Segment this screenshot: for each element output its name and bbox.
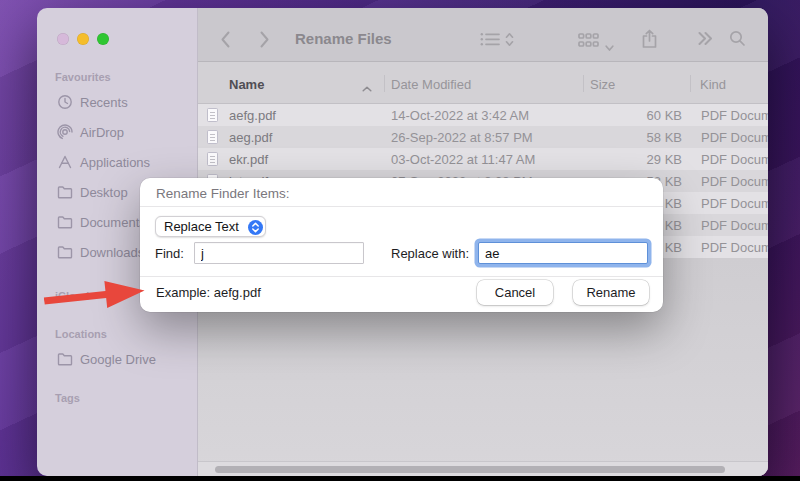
group-view-icon[interactable] (578, 33, 599, 51)
traffic-lights (57, 33, 197, 45)
list-view-icon[interactable] (480, 32, 500, 51)
table-row[interactable]: aeg.pdf 26-Sep-2022 at 8:57 PM 58 KB PDF… (198, 126, 768, 148)
column-divider[interactable] (690, 75, 691, 92)
sidebar-item-google-drive[interactable]: Google Drive (37, 344, 197, 374)
example-text: Example: aefg.pdf (156, 285, 261, 300)
screen-bottom-bar (0, 476, 800, 481)
back-chevron-icon[interactable] (220, 31, 231, 52)
sidebar-item-label: Applications (80, 155, 150, 170)
column-divider[interactable] (583, 75, 584, 92)
table-row[interactable]: aefg.pdf 14-Oct-2022 at 3:42 AM 60 KB PD… (198, 104, 768, 126)
window-title: Rename Files (295, 30, 392, 47)
sort-ascending-icon (362, 80, 372, 95)
folder-icon (56, 184, 73, 200)
toolbar: Rename Files (198, 8, 768, 62)
sidebar-item-label: AirDrop (80, 125, 124, 140)
pdf-file-icon (207, 130, 218, 144)
share-icon[interactable] (641, 29, 658, 53)
dropdown-chevrons-icon (248, 220, 263, 235)
chevron-down-icon[interactable] (605, 38, 614, 56)
column-header-kind[interactable]: Kind (700, 77, 726, 92)
folder-icon (56, 214, 73, 230)
airdrop-icon (56, 124, 73, 140)
rename-button[interactable]: Rename (573, 280, 649, 305)
dialog-divider (140, 276, 663, 277)
forward-chevron-icon[interactable] (259, 31, 270, 52)
sidebar-item-label: Documents (80, 215, 146, 230)
sidebar-item-label: Downloads (80, 245, 144, 260)
close-button[interactable] (57, 33, 69, 45)
sort-updown-icon[interactable] (505, 32, 514, 51)
list-header: Name Date Modified Size Kind (198, 62, 768, 104)
minimize-button[interactable] (77, 33, 89, 45)
dialog-title: Rename Finder Items: (156, 186, 290, 201)
sidebar-item-applications[interactable]: Applications (37, 147, 197, 177)
folder-icon (56, 351, 73, 367)
more-chevrons-icon[interactable] (698, 31, 712, 50)
pdf-file-icon (207, 108, 218, 122)
sidebar-item-airdrop[interactable]: AirDrop (37, 117, 197, 147)
horizontal-scrollbar[interactable] (198, 461, 768, 476)
replace-input[interactable] (478, 242, 648, 264)
zoom-button[interactable] (97, 33, 109, 45)
sidebar-item-label: Desktop (80, 185, 128, 200)
sidebar-section-locations: Locations (55, 328, 197, 340)
sidebar-item-recents[interactable]: Recents (37, 87, 197, 117)
rename-dialog: Rename Finder Items: Replace Text Find: … (140, 178, 663, 312)
sidebar-item-label: Recents (80, 95, 128, 110)
sidebar-section-favourites: Favourites (55, 71, 197, 83)
search-icon[interactable] (729, 30, 746, 51)
pdf-file-icon (207, 152, 218, 166)
sidebar-item-label: Google Drive (80, 352, 156, 367)
folder-icon (56, 244, 73, 260)
table-row[interactable]: ekr.pdf 03-Oct-2022 at 11:47 AM 29 KB PD… (198, 148, 768, 170)
applications-icon (56, 154, 73, 170)
horizontal-scrollbar-thumb[interactable] (215, 466, 725, 473)
replace-with-label: Replace with: (391, 246, 469, 261)
dialog-divider (140, 206, 663, 207)
find-label: Find: (155, 246, 184, 261)
column-header-name[interactable]: Name (229, 77, 264, 92)
clock-icon (56, 94, 73, 110)
rename-mode-value: Replace Text (164, 219, 239, 234)
column-divider[interactable] (384, 75, 385, 92)
column-header-size[interactable]: Size (590, 77, 615, 92)
rename-mode-dropdown[interactable]: Replace Text (155, 216, 266, 237)
column-header-date[interactable]: Date Modified (391, 77, 471, 92)
sidebar-section-tags: Tags (55, 392, 197, 404)
find-input[interactable] (194, 242, 364, 264)
cancel-button[interactable]: Cancel (477, 280, 553, 305)
